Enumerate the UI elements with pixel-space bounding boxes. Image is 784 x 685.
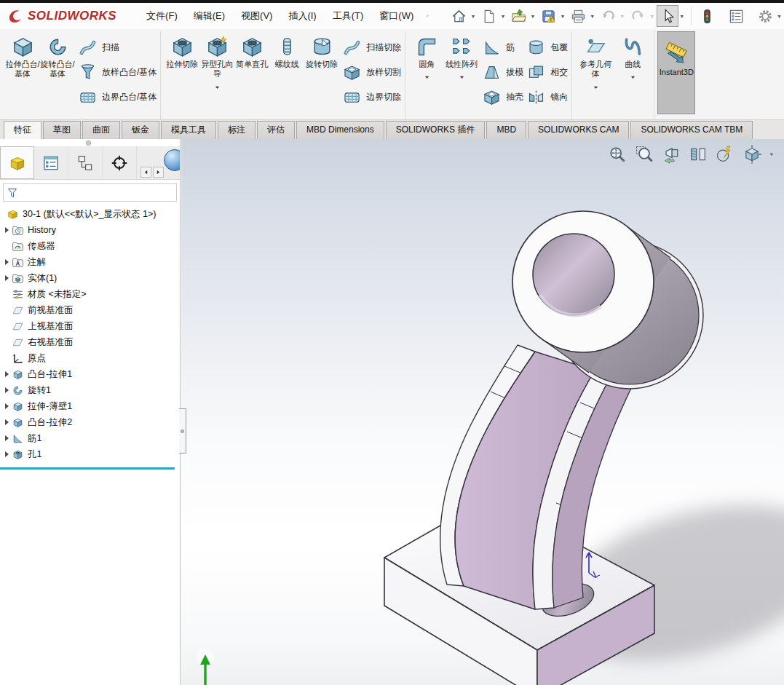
scroll-left-button[interactable] [140,167,151,178]
tree-item-history[interactable]: History [0,222,180,238]
expander[interactable] [2,227,12,233]
hole-wizard-dropdown-arrow[interactable]: ▼ [214,85,221,90]
lofted-boss-button[interactable]: 放样凸台/基体 [78,61,157,84]
lofted-cut-button[interactable]: 放样切割 [342,61,401,84]
section-view-button[interactable] [688,144,708,165]
featuremanager-tree-tab[interactable] [0,146,34,179]
expander[interactable] [2,275,12,281]
menu-tools[interactable]: 工具(T) [325,6,372,26]
expander[interactable] [2,259,12,265]
pin-menu-icon[interactable] [426,8,429,24]
print-button[interactable] [567,5,589,27]
tab-mold-tools[interactable]: 模具工具 [161,121,216,139]
tree-item-solid-bodies[interactable]: 实体(1) [0,270,180,286]
tab-sw-cam[interactable]: SOLIDWORKS CAM [528,121,629,139]
zoom-to-fit-button[interactable] [607,144,627,165]
extruded-cut-button[interactable]: 拉伸切除 [165,33,199,69]
shell-button[interactable]: 抽壳 [482,86,523,108]
tab-addins[interactable]: SOLIDWORKS 插件 [386,121,486,139]
save-dropdown-arrow[interactable]: ▼ [560,14,565,19]
intersect-button[interactable]: 相交 [526,61,568,84]
displaymanager-tab[interactable] [164,148,180,171]
tree-item-top-plane[interactable]: 上视基准面 [0,318,180,334]
curves-button[interactable]: 曲线 ▼ [615,33,650,69]
reference-geometry-button[interactable]: 参考几何体 ▼ [576,33,615,79]
configurationmanager-tab[interactable] [68,146,103,179]
tree-item-rib1[interactable]: 筋1 [0,430,180,446]
pattern-dropdown-arrow[interactable]: ▼ [459,75,465,79]
expander[interactable] [2,387,12,393]
curves-dropdown-arrow[interactable]: ▼ [630,75,636,79]
display-options-button[interactable] [725,5,747,27]
menu-edit[interactable]: 编辑(E) [186,6,233,26]
extruded-boss-button[interactable]: 拉伸凸台/基体 [5,33,40,79]
open-dropdown-arrow[interactable]: ▼ [530,14,535,19]
home-button[interactable] [448,5,470,27]
graphics-area[interactable]: ▼ [181,139,784,685]
fillet-dropdown-arrow[interactable]: ▼ [424,75,430,79]
edit-appearance-button[interactable] [715,144,735,165]
menu-window[interactable]: 窗口(W) [371,6,421,26]
revolved-cut-button[interactable]: 旋转切除 [304,33,339,69]
view-orientation-button[interactable] [742,144,762,165]
options-button[interactable] [754,5,776,27]
draft-button[interactable]: 拔模 [482,61,523,84]
tree-item-right-plane[interactable]: 右视基准面 [0,334,180,350]
expander[interactable] [2,371,12,377]
tree-item-annotations[interactable]: 注解 [0,254,180,270]
rib-button[interactable]: 筋 [482,36,523,59]
tab-annotation[interactable]: 标注 [218,121,256,139]
revolved-boss-button[interactable]: 旋转凸台/基体 [40,33,75,79]
view-toolbar-dropdown-arrow[interactable]: ▼ [769,152,775,157]
tab-evaluate[interactable]: 评估 [257,121,295,139]
boundary-boss-button[interactable]: 边界凸台/基体 [78,86,157,108]
refgeo-dropdown-arrow[interactable]: ▼ [593,85,599,90]
linear-pattern-button[interactable]: 线性阵列 ▼ [444,33,479,69]
home-dropdown-arrow[interactable]: ▼ [471,14,476,19]
tree-item-material[interactable]: 材质 <未指定> [0,286,180,302]
rebuild-button[interactable] [696,5,718,27]
undo-button[interactable] [597,5,619,27]
options-dropdown-arrow[interactable]: ▼ [777,14,782,19]
tree-item-boss-extrude2[interactable]: 凸台-拉伸2 [0,414,180,430]
select-dropdown-arrow[interactable]: ▼ [679,14,684,19]
instant3d-button[interactable]: Instant3D [657,31,695,114]
tree-item-origin[interactable]: 原点 [0,350,180,366]
expander[interactable] [2,435,12,441]
tab-sheetmetal[interactable]: 钣金 [122,121,159,139]
wrap-button[interactable]: 包覆 [526,36,568,59]
menu-view[interactable]: 视图(V) [233,6,280,26]
previous-view-button[interactable] [661,144,681,165]
tab-features[interactable]: 特征 [4,121,41,139]
propertymanager-tab[interactable] [34,146,68,179]
tree-item-revolve1[interactable]: 旋转1 [0,382,180,398]
panel-splitter-handle[interactable] [179,408,186,454]
new-document-button[interactable] [478,5,500,27]
t ab-sketch[interactable]: 草图 [43,121,81,139]
menu-file[interactable]: 文件(F) [138,6,186,26]
save-button[interactable] [537,5,559,27]
open-button[interactable] [507,5,529,27]
tree-root[interactable]: 30-1 (默认<<默认>_显示状态 1>) [0,206,180,222]
thread-button[interactable]: 螺纹线 [269,33,304,69]
menu-insert[interactable]: 插入(I) [280,6,324,26]
dimxpertmanager-tab[interactable] [103,146,137,179]
tab-mbd[interactable]: MBD [486,121,526,139]
expander[interactable] [2,403,12,409]
swept-boss-button[interactable]: 扫描 [78,36,157,59]
scroll-right-button[interactable] [153,167,164,178]
tree-item-hole1[interactable]: 孔1 [0,446,180,462]
print-dropdown-arrow[interactable]: ▼ [590,14,595,19]
tree-item-front-plane[interactable]: 前视基准面 [0,302,180,318]
3d-model-viewport[interactable] [181,139,784,685]
tree-item-boss-extrude1[interactable]: 凸台-拉伸1 [0,366,180,382]
swept-cut-button[interactable]: 扫描切除 [342,36,401,59]
tab-sw-cam-tbm[interactable]: SOLIDWORKS CAM TBM [630,121,753,139]
mirror-button[interactable]: 镜向 [526,86,568,108]
boundary-cut-button[interactable]: 边界切除 [342,86,401,108]
tree-filter-box[interactable] [3,183,177,202]
expander[interactable] [2,419,12,425]
panel-collapse-handle[interactable] [86,140,91,146]
tree-item-extrude-thin1[interactable]: 拉伸-薄壁1 [0,398,180,414]
tab-surfaces[interactable]: 曲面 [82,121,120,139]
